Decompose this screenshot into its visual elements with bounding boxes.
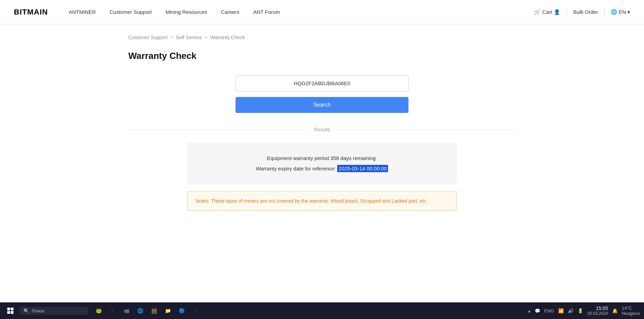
page-title: Warranty Check — [128, 51, 516, 61]
nav-item-ant-forum[interactable]: ANT Forum — [253, 9, 280, 15]
result-box: Equipment warranty period 358 days remai… — [187, 143, 457, 184]
breadcrumb-customer-support[interactable]: Customer Support — [128, 35, 168, 40]
search-input[interactable] — [236, 75, 408, 91]
breadcrumb-self-service[interactable]: Self Service — [176, 35, 202, 40]
chevron-down-icon: ▾ — [627, 9, 630, 15]
breadcrumb: Customer Support > Self Service > Warran… — [128, 35, 516, 40]
bulk-order-link[interactable]: Bulk Order — [573, 9, 598, 15]
result-line1: Equipment warranty period 358 days remai… — [201, 153, 443, 163]
nav-menu: ANTMINER Customer Support Mining Resourc… — [69, 9, 534, 15]
divider2 — [604, 9, 605, 16]
lang-label: EN — [619, 9, 626, 15]
result-line2: Warranty expiry date for reference: 2025… — [201, 163, 443, 174]
site-logo[interactable]: BITMAIN — [14, 8, 48, 17]
divider-line-right — [337, 130, 516, 130]
navbar: BITMAIN ANTMINER Customer Support Mining… — [0, 0, 644, 24]
notes-box: Notes: These types of miners are not cov… — [187, 191, 457, 211]
results-label: Results — [307, 127, 337, 132]
nav-item-careers[interactable]: Careers — [221, 9, 239, 15]
globe-icon: 🌐 — [611, 9, 617, 15]
notes-text: Notes: These types of miners are not cov… — [196, 198, 427, 204]
nav-item-antminer[interactable]: ANTMINER — [69, 9, 96, 15]
cart-icon: 🛒 — [534, 9, 541, 15]
divider — [567, 9, 567, 16]
nav-item-mining-resources[interactable]: Mining Resources — [166, 9, 207, 15]
main-content: Customer Support > Self Service > Warran… — [114, 24, 530, 231]
navbar-actions: 🛒 Cart 👤 Bulk Order 🌐 EN ▾ — [534, 9, 630, 16]
result-line2-prefix: Warranty expiry date for reference: — [256, 166, 336, 171]
breadcrumb-sep-1: > — [171, 35, 173, 40]
breadcrumb-sep-2: > — [205, 35, 208, 40]
breadcrumb-warranty-check: Warranty Check — [210, 35, 245, 40]
search-area: Search — [128, 75, 516, 113]
results-divider: Results — [128, 127, 516, 132]
language-selector[interactable]: 🌐 EN ▾ — [611, 9, 630, 15]
divider-line-left — [128, 130, 307, 130]
user-icon: 👤 — [554, 9, 560, 15]
search-input-wrapper — [236, 75, 408, 91]
cart-label: Cart — [542, 9, 552, 15]
nav-item-customer-support[interactable]: Customer Support — [110, 9, 152, 15]
expiry-date: 2025-03-14 00:00:00 — [337, 165, 388, 172]
search-button[interactable]: Search — [236, 97, 408, 113]
cart-button[interactable]: 🛒 Cart 👤 — [534, 9, 560, 15]
